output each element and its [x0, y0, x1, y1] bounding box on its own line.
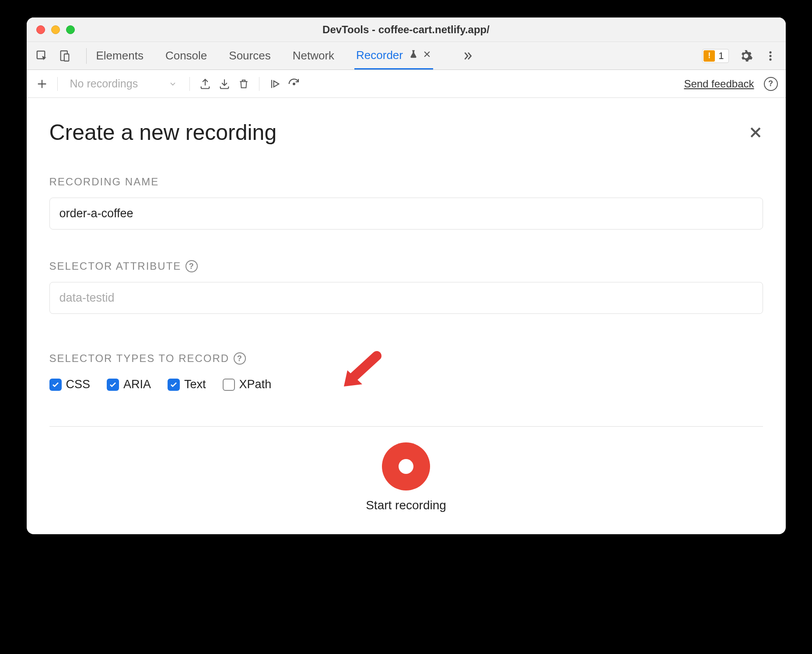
checkbox-css[interactable]: CSS [49, 378, 91, 391]
checkbox-icon [223, 379, 235, 391]
selector-types-help-icon[interactable]: ? [234, 352, 246, 365]
selector-types-row: CSS ARIA Text XPath [49, 378, 763, 391]
tab-network[interactable]: Network [291, 43, 336, 69]
selector-types-label: SELECTOR TYPES TO RECORD [49, 352, 230, 365]
chevron-down-icon [168, 80, 177, 88]
more-tabs-icon[interactable] [460, 49, 475, 63]
tabs: Elements Console Sources Network Recorde… [94, 42, 476, 70]
record-icon [399, 459, 413, 474]
tab-recorder[interactable]: Recorder [354, 42, 433, 70]
settings-icon[interactable] [738, 49, 753, 63]
recordings-dropdown-label: No recordings [70, 77, 138, 90]
svg-point-4 [769, 55, 771, 57]
recordings-dropdown[interactable]: No recordings [66, 77, 182, 90]
devtools-window: DevTools - coffee-cart.netlify.app/ Elem… [27, 17, 786, 534]
add-recording-icon[interactable] [35, 77, 49, 91]
checkbox-label: Text [184, 378, 206, 391]
device-toolbar-icon[interactable] [57, 49, 72, 63]
tab-sources[interactable]: Sources [227, 43, 272, 69]
checkbox-text[interactable]: Text [168, 378, 206, 391]
replay-icon[interactable] [267, 77, 282, 91]
delete-icon[interactable] [236, 77, 251, 91]
tabbar: Elements Console Sources Network Recorde… [27, 42, 786, 70]
step-icon[interactable] [287, 77, 301, 91]
footer: Start recording [49, 426, 763, 534]
selector-attribute-label: SELECTOR ATTRIBUTE [49, 260, 182, 272]
flask-icon [409, 49, 418, 59]
checkbox-icon [107, 379, 119, 391]
window-title: DevTools - coffee-cart.netlify.app/ [27, 24, 786, 36]
checkbox-icon [49, 379, 62, 391]
checkbox-label: XPath [239, 378, 272, 391]
checkbox-label: ARIA [123, 378, 151, 391]
recording-name-input[interactable] [49, 198, 763, 230]
tab-elements[interactable]: Elements [94, 43, 145, 69]
help-icon[interactable]: ? [764, 77, 778, 91]
selector-attribute-input[interactable] [49, 282, 763, 314]
recording-name-label: RECORDING NAME [49, 176, 763, 188]
inspect-element-icon[interactable] [35, 49, 49, 63]
start-recording-label: Start recording [366, 498, 446, 512]
kebab-menu-icon[interactable] [763, 49, 778, 63]
close-panel-icon[interactable] [748, 125, 763, 140]
warning-icon: ! [704, 50, 715, 62]
checkbox-icon [168, 379, 180, 391]
checkbox-label: CSS [66, 378, 91, 391]
export-icon[interactable] [198, 77, 213, 91]
recorder-toolbar: No recordings Send feedback ? [27, 70, 786, 98]
titlebar: DevTools - coffee-cart.netlify.app/ [27, 17, 786, 42]
annotation-arrow-icon [340, 349, 383, 393]
content: Create a new recording RECORDING NAME SE… [27, 98, 786, 534]
tab-console[interactable]: Console [164, 43, 209, 69]
svg-point-5 [769, 58, 771, 60]
checkbox-aria[interactable]: ARIA [107, 378, 151, 391]
svg-point-3 [769, 51, 771, 53]
warnings-count: 1 [718, 50, 724, 62]
selector-attribute-help-icon[interactable]: ? [186, 260, 198, 272]
svg-rect-2 [64, 54, 69, 61]
checkbox-xpath[interactable]: XPath [223, 378, 272, 391]
svg-point-6 [293, 83, 295, 85]
send-feedback-link[interactable]: Send feedback [684, 78, 754, 90]
warnings-badge[interactable]: ! 1 [702, 49, 728, 63]
tab-recorder-label: Recorder [356, 49, 403, 62]
page-title: Create a new recording [49, 120, 277, 145]
import-icon[interactable] [217, 77, 232, 91]
close-tab-icon[interactable] [423, 50, 431, 59]
start-recording-button[interactable] [382, 442, 430, 491]
